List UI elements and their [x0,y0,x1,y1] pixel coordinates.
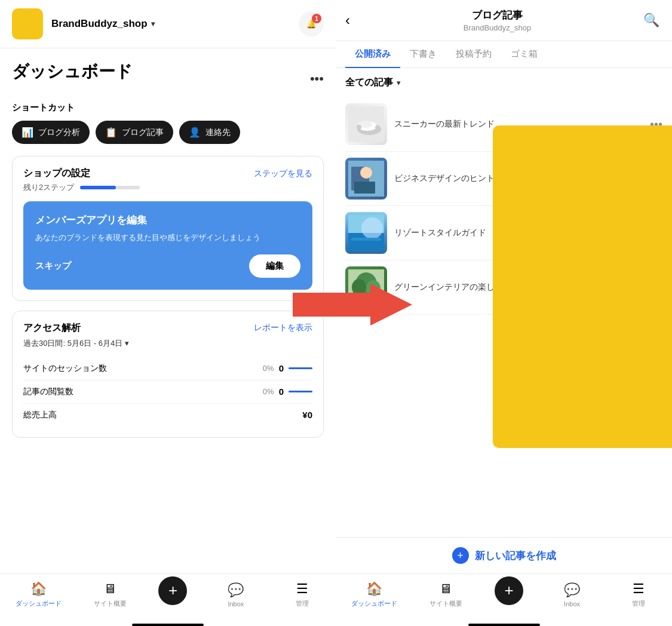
skip-button[interactable]: スキップ [35,260,71,272]
svg-point-13 [361,217,383,239]
analytics-card: アクセス解析 レポートを表示 過去30日間: 5月6日 - 6月4日 ▾ サイト… [12,311,324,438]
left-home-indicator [132,624,204,626]
right-nav-dashboard-label: ダッシュボード [351,599,397,608]
left-nav-dashboard[interactable]: 🏠 ダッシュボード [16,581,62,608]
action-title: メンバーズアプリを編集 [35,213,300,227]
date-range-text: 過去30日間: 5月6日 - 6月4日 [23,338,122,349]
right-bottom-nav: 🏠 ダッシュボード 🖥 サイト概要 + 💬 Inbox ☰ 管理 [336,573,672,621]
chat-icon: 💬 [228,582,244,598]
setup-link[interactable]: ステップを見る [254,168,312,179]
blog-articles-shortcut[interactable]: 📋 ブログ記事 [96,121,173,144]
tab-trash-label: ゴミ箱 [511,48,538,59]
notification-badge: 1 [312,14,321,23]
right-panel: ‹ ブログ記事 BrandBuddyz_shop 🔍 公開済み 下書き 投稿予約… [336,0,672,626]
person-illustration [348,161,384,197]
monitor-icon: 🖥 [103,581,116,597]
right-plus-icon: + [504,581,513,600]
blog-analytics-label: ブログ分析 [38,127,80,138]
tab-draft-label: 下書き [410,48,437,59]
sea-illustration [348,215,384,251]
right-home-icon: 🏠 [366,581,382,597]
progress-bar-fill [80,186,116,189]
action-desc: あなたのブランドを表現する見た目や感じをデザインしましょう [35,232,300,244]
right-page-name: ブログ記事 [361,8,634,22]
contacts-label: 連絡先 [205,127,231,138]
plus-icon: + [168,581,177,600]
shortcuts-label: ショートカット [12,102,324,113]
sales-label: 総売上高 [23,410,57,421]
plants-illustration [348,269,384,305]
left-nav-manage-label: 管理 [296,599,309,608]
brand-name-text: BrandBuddyz_shop [51,18,148,30]
contacts-shortcut[interactable]: 👤 連絡先 [179,121,240,144]
svg-rect-10 [354,182,375,194]
analytics-link[interactable]: レポートを表示 [254,323,312,333]
page-title: ダッシュボード [12,60,133,83]
svg-point-21 [352,293,359,300]
progress-label: 残り2ステップ [23,182,312,193]
right-monitor-icon: 🖥 [439,581,452,597]
right-nav-site-overview[interactable]: 🖥 サイト概要 [428,581,464,608]
right-header: ‹ ブログ記事 BrandBuddyz_shop 🔍 [336,0,672,41]
left-header: BrandBuddyz_shop ▾ 🔔 1 [0,0,336,48]
shoes-illustration [348,106,384,142]
svg-point-9 [360,167,372,179]
brand-chevron-icon: ▾ [151,20,155,28]
create-new-row[interactable]: + 新しい記事を作成 [336,537,672,573]
setup-header: ショップの設定 ステップを見る [23,167,312,180]
action-card: メンバーズアプリを編集 あなたのブランドを表現する見た目や感じをデザインしましょ… [23,201,312,290]
right-nav-dashboard[interactable]: 🏠 ダッシュボード [351,581,397,608]
progress-bar-bg [80,186,140,189]
stat-row-sales: 総売上高 ¥0 [23,404,312,426]
sales-value: ¥0 [302,410,312,420]
notification-button[interactable]: 🔔 1 [299,11,324,36]
tab-draft[interactable]: 下書き [400,41,446,68]
right-nav-site-overview-label: サイト概要 [429,599,462,608]
menu-icon: ☰ [296,581,308,597]
page-title-row: ダッシュボード ••• [12,60,324,94]
views-bar [289,391,312,392]
edit-button[interactable]: 編集 [249,254,300,278]
back-button[interactable]: ‹ [345,12,355,29]
filter-chevron-icon: ▾ [397,78,401,87]
stat-row-sessions: サイトのセッション数 0% 0 [23,357,312,380]
stat-row-views: 記事の閲覧数 0% 0 [23,380,312,404]
brand-name-label[interactable]: BrandBuddyz_shop ▾ [51,18,155,30]
tab-published[interactable]: 公開済み [345,41,400,68]
left-nav-inbox[interactable]: 💬 Inbox [218,582,254,607]
tab-trash[interactable]: ゴミ箱 [501,41,547,68]
left-panel: BrandBuddyz_shop ▾ 🔔 1 ダッシュボード ••• ショートカ… [0,0,336,626]
right-nav-inbox[interactable]: 💬 Inbox [554,582,590,607]
filter-row[interactable]: 全ての記事 ▾ [336,68,672,97]
article-thumb-3 [345,212,387,254]
tabs-row: 公開済み 下書き 投稿予約 ゴミ箱 [336,41,672,68]
right-shop-name: BrandBuddyz_shop [361,23,634,32]
date-chevron-icon: ▾ [125,339,129,348]
svg-rect-14 [351,238,381,241]
progress-text: 残り2ステップ [23,182,74,193]
sessions-percent: 0% [263,364,274,373]
right-nav-manage[interactable]: ☰ 管理 [621,581,656,608]
setup-card: ショップの設定 ステップを見る 残り2ステップ メンバーズアプリを編集 あなたの… [12,156,324,301]
article-icon: 📋 [105,127,117,138]
left-content: ダッシュボード ••• ショートカット 📊 ブログ分析 📋 ブログ記事 👤 連絡… [0,48,336,573]
contact-icon: 👤 [189,127,201,138]
date-range[interactable]: 過去30日間: 5月6日 - 6月4日 ▾ [23,338,312,349]
search-button[interactable]: 🔍 [640,9,662,32]
tab-scheduled[interactable]: 投稿予約 [446,41,501,68]
left-nav-add-button[interactable]: + [158,576,187,605]
tab-published-label: 公開済み [355,48,391,59]
action-footer: スキップ 編集 [35,254,300,278]
shortcut-row: 📊 ブログ分析 📋 ブログ記事 👤 連絡先 [12,121,324,144]
left-bottom-nav: 🏠 ダッシュボード 🖥 サイト概要 + 💬 Inbox ☰ 管理 [0,573,336,621]
right-header-title: ブログ記事 BrandBuddyz_shop [361,8,634,32]
more-options-button[interactable]: ••• [310,71,324,87]
right-nav-add-button[interactable]: + [495,576,523,605]
blog-analytics-shortcut[interactable]: 📊 ブログ分析 [12,121,90,144]
views-stat-right: 0% 0 [263,386,312,397]
right-chat-icon: 💬 [564,582,580,598]
left-nav-manage[interactable]: ☰ 管理 [284,581,320,608]
left-nav-site-overview[interactable]: 🖥 サイト概要 [92,581,128,608]
svg-rect-15 [357,241,381,244]
svg-point-22 [374,294,380,300]
